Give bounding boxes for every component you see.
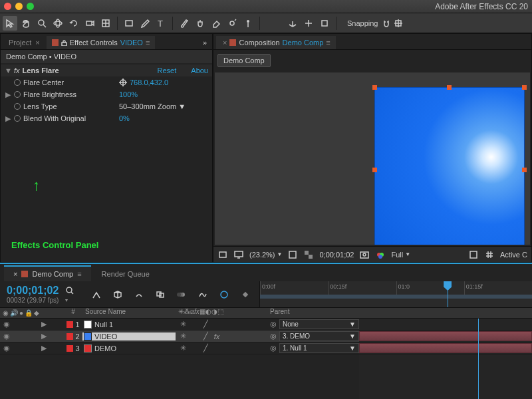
hand-tool[interactable] <box>19 16 33 31</box>
magnification-icon[interactable] <box>217 249 228 260</box>
layer-duration-bar[interactable] <box>359 343 532 353</box>
param-dropdown[interactable]: 50–300mm Zoom ▼ <box>119 102 186 110</box>
lock-icon[interactable]: 🔒 <box>25 309 33 317</box>
param-value[interactable]: 100% <box>119 90 138 98</box>
current-timecode[interactable]: 0;00;01;02 <box>7 285 59 297</box>
render-queue-tab[interactable]: Render Queue <box>92 266 159 281</box>
effect-controls-tab[interactable]: Effect Controls VIDEO ≡ <box>47 36 156 49</box>
eye-toggle[interactable]: ◉ <box>3 344 11 352</box>
quality-dropdown[interactable]: Full▼ <box>391 251 410 259</box>
close-icon[interactable]: × <box>13 270 17 278</box>
transform-handle[interactable] <box>522 168 527 172</box>
brainstorm-icon[interactable] <box>217 287 231 302</box>
parent-dropdown[interactable]: None▼ <box>279 319 359 329</box>
transform-handle[interactable] <box>447 85 452 90</box>
grid-icon[interactable] <box>484 249 495 260</box>
eye-toggle[interactable]: ◉ <box>3 321 11 329</box>
graph-editor-icon[interactable] <box>196 287 210 302</box>
active-camera-label[interactable]: Active C <box>500 251 527 259</box>
expand-icon[interactable]: ▶ <box>40 321 48 329</box>
speaker-icon[interactable]: 🔊 <box>10 309 18 317</box>
work-area-bar[interactable] <box>260 295 532 299</box>
rectangle-tool[interactable] <box>122 16 136 31</box>
viewer-timecode[interactable]: 0;00;01;02 <box>319 251 354 259</box>
disclosure-triangle-icon[interactable]: ▶ <box>5 90 11 99</box>
view-layout-icon[interactable] <box>468 249 479 260</box>
label-color[interactable] <box>66 333 73 340</box>
layer-track[interactable] <box>359 331 532 342</box>
timeline-tracks[interactable] <box>359 319 532 399</box>
effect-about-link[interactable]: Abou <box>191 66 208 74</box>
layer-name[interactable]: DEMO <box>94 344 116 352</box>
view-axis-mode[interactable] <box>317 16 332 31</box>
camera-tool[interactable] <box>82 16 97 31</box>
pickwhip-icon[interactable]: ◎ <box>270 332 277 340</box>
local-axis-mode[interactable] <box>285 16 300 31</box>
layer-number-header[interactable]: # <box>64 308 82 318</box>
pan-behind-tool[interactable] <box>98 16 113 31</box>
transform-handle[interactable] <box>522 85 527 90</box>
roto-brush-tool[interactable] <box>225 16 239 31</box>
resolution-icon[interactable] <box>287 249 298 260</box>
crosshair-icon[interactable] <box>119 78 127 86</box>
effect-reset-link[interactable]: Reset <box>158 66 177 74</box>
motion-blur-icon[interactable] <box>174 287 189 302</box>
eraser-tool[interactable] <box>209 16 223 31</box>
selection-tool[interactable] <box>3 16 17 31</box>
close-icon[interactable]: × <box>35 39 39 47</box>
composition-canvas[interactable] <box>374 87 525 245</box>
layer-name[interactable]: Null 1 <box>94 321 113 329</box>
solo-icon[interactable]: ● <box>19 309 23 317</box>
effect-controls-target[interactable]: VIDEO <box>120 39 143 47</box>
clone-stamp-tool[interactable] <box>193 16 207 31</box>
param-value[interactable]: 768.0,432.0 <box>130 78 168 86</box>
comp-flowchart-tab[interactable]: Demo Comp <box>217 54 271 67</box>
layer-duration-bar[interactable] <box>359 331 532 341</box>
pickwhip-icon[interactable]: ◎ <box>270 344 277 352</box>
snapshot-icon[interactable] <box>359 249 370 260</box>
layer-track[interactable] <box>359 319 532 331</box>
transform-handle[interactable] <box>372 85 377 90</box>
time-ruler[interactable]: 0:00f 00:15f 01:0 01:15f <box>259 281 532 307</box>
close-icon[interactable]: × <box>223 39 227 47</box>
display-icon[interactable] <box>233 249 244 260</box>
transparency-grid-icon[interactable] <box>303 249 314 260</box>
composition-tab[interactable]: × Composition Demo Comp ≡ <box>216 36 336 49</box>
orbit-tool[interactable] <box>51 16 65 31</box>
param-value[interactable]: 0% <box>119 114 130 122</box>
shy-icon[interactable] <box>132 287 146 302</box>
timeline-comp-tab[interactable]: × Demo Comp ≡ <box>4 265 91 281</box>
comp-mini-flowchart-icon[interactable] <box>89 287 104 302</box>
expand-icon[interactable]: ▶ <box>40 332 48 340</box>
eye-icon[interactable]: ◉ <box>3 309 9 317</box>
source-name-header[interactable]: Source Name <box>82 308 176 318</box>
zoom-tool[interactable] <box>35 16 49 31</box>
rotation-tool[interactable] <box>66 16 81 31</box>
project-tab[interactable]: Project× <box>3 36 45 49</box>
puppet-pin-tool[interactable] <box>241 16 255 31</box>
transform-handle[interactable] <box>372 168 377 172</box>
panel-overflow-button[interactable]: » <box>198 36 212 49</box>
window-zoom-button[interactable] <box>27 3 34 10</box>
pen-tool[interactable] <box>138 16 152 31</box>
expand-icon[interactable]: ▶ <box>40 344 48 352</box>
layer-search[interactable]: ▾ <box>65 286 74 303</box>
eye-toggle[interactable]: ◉ <box>3 332 11 340</box>
parent-dropdown[interactable]: 1. Null 1▼ <box>279 343 359 353</box>
brush-tool[interactable] <box>177 16 192 31</box>
label-color[interactable] <box>66 345 73 352</box>
panel-menu-icon[interactable]: ≡ <box>326 39 330 47</box>
label-icon[interactable]: ◆ <box>34 309 39 317</box>
zoom-dropdown[interactable]: (23.2%)▼ <box>249 251 282 259</box>
snapping-toggle[interactable]: Snapping <box>347 19 402 27</box>
window-close-button[interactable] <box>4 3 11 10</box>
composition-viewer[interactable] <box>215 72 530 245</box>
disclosure-triangle-icon[interactable]: ▶ <box>5 114 11 123</box>
world-axis-mode[interactable] <box>301 16 316 31</box>
type-tool[interactable]: T <box>154 16 168 31</box>
parent-dropdown[interactable]: 3. DEMO▼ <box>279 331 359 341</box>
panel-menu-icon[interactable]: ≡ <box>77 270 81 278</box>
playhead-line[interactable] <box>478 319 479 399</box>
composition-target[interactable]: Demo Comp <box>283 39 324 47</box>
parent-header[interactable]: Parent <box>267 308 359 318</box>
